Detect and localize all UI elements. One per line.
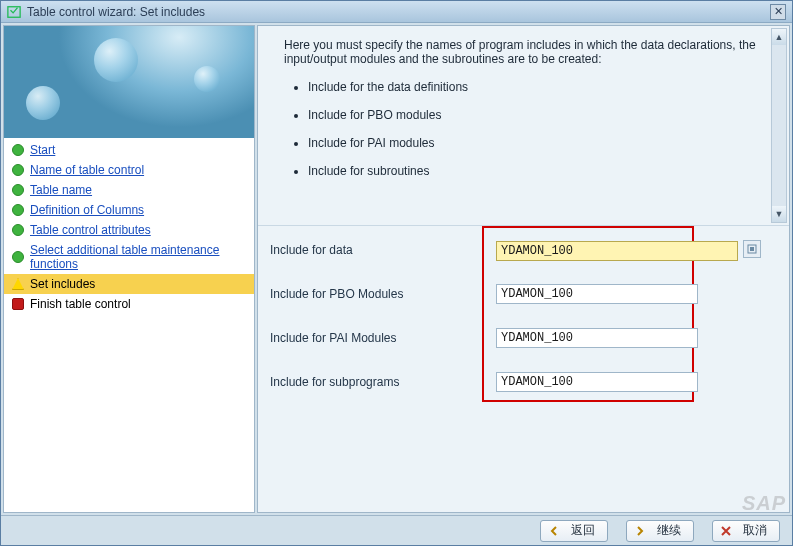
step-select-additional-functions[interactable]: Select additional table maintenance func… [4, 240, 254, 274]
label-include-for-subprograms: Include for subprograms [270, 375, 496, 389]
titlebar: Table control wizard: Set includes ✕ [1, 1, 792, 23]
cancel-label: 取消 [743, 522, 767, 539]
f4-help-button[interactable] [743, 240, 761, 258]
cancel-button[interactable]: 取消 [712, 520, 780, 542]
window-title: Table control wizard: Set includes [27, 5, 770, 19]
label-include-for-pbo: Include for PBO Modules [270, 287, 496, 301]
instruction-bullet: Include for subroutines [308, 164, 763, 178]
instructions-intro: Here you must specify the names of progr… [284, 38, 763, 66]
cancel-icon [717, 523, 735, 539]
right-panel: Here you must specify the names of progr… [257, 25, 790, 513]
row-include-for-data: Include for data [270, 238, 777, 262]
back-label: 返回 [571, 522, 595, 539]
wizard-steps-list: Start Name of table control Table name D… [4, 138, 254, 512]
svg-rect-2 [750, 247, 754, 251]
includes-form: Include for data Include for PBO Modules… [258, 226, 789, 512]
row-include-for-pai: Include for PAI Modules [270, 326, 777, 350]
close-button[interactable]: ✕ [770, 4, 786, 20]
scroll-up-button[interactable]: ▲ [772, 29, 786, 45]
back-icon [545, 523, 563, 539]
continue-button[interactable]: 继续 [626, 520, 694, 542]
content-area: Start Name of table control Table name D… [1, 23, 792, 515]
step-set-includes[interactable]: Set includes [4, 274, 254, 294]
step-table-control-attributes[interactable]: Table control attributes [4, 220, 254, 240]
step-finish-table-control[interactable]: Finish table control [4, 294, 254, 314]
scroll-down-button[interactable]: ▼ [772, 206, 786, 222]
input-include-for-pai[interactable] [496, 328, 698, 348]
step-start[interactable]: Start [4, 140, 254, 160]
input-include-for-subprograms[interactable] [496, 372, 698, 392]
step-definition-of-columns[interactable]: Definition of Columns [4, 200, 254, 220]
label-include-for-pai: Include for PAI Modules [270, 331, 496, 345]
instruction-bullet: Include for PAI modules [308, 136, 763, 150]
wizard-window: Table control wizard: Set includes ✕ Sta… [0, 0, 793, 546]
instructions-list: Include for the data definitions Include… [308, 80, 763, 178]
footer-toolbar: 返回 继续 取消 [1, 515, 792, 545]
back-button[interactable]: 返回 [540, 520, 608, 542]
instructions-scrollbar[interactable]: ▲ ▼ [771, 28, 787, 223]
instruction-bullet: Include for the data definitions [308, 80, 763, 94]
continue-label: 继续 [657, 522, 681, 539]
wizard-banner-image [4, 26, 254, 138]
instruction-bullet: Include for PBO modules [308, 108, 763, 122]
label-include-for-data: Include for data [270, 243, 496, 257]
left-panel: Start Name of table control Table name D… [3, 25, 255, 513]
row-include-for-subprograms: Include for subprograms [270, 370, 777, 394]
continue-icon [631, 523, 649, 539]
scroll-track[interactable] [772, 45, 786, 206]
instructions-pane: Here you must specify the names of progr… [258, 26, 789, 226]
input-include-for-pbo[interactable] [496, 284, 698, 304]
step-table-name[interactable]: Table name [4, 180, 254, 200]
input-include-for-data[interactable] [496, 241, 738, 261]
row-include-for-pbo: Include for PBO Modules [270, 282, 777, 306]
step-name-of-table-control[interactable]: Name of table control [4, 160, 254, 180]
app-icon [7, 5, 21, 19]
